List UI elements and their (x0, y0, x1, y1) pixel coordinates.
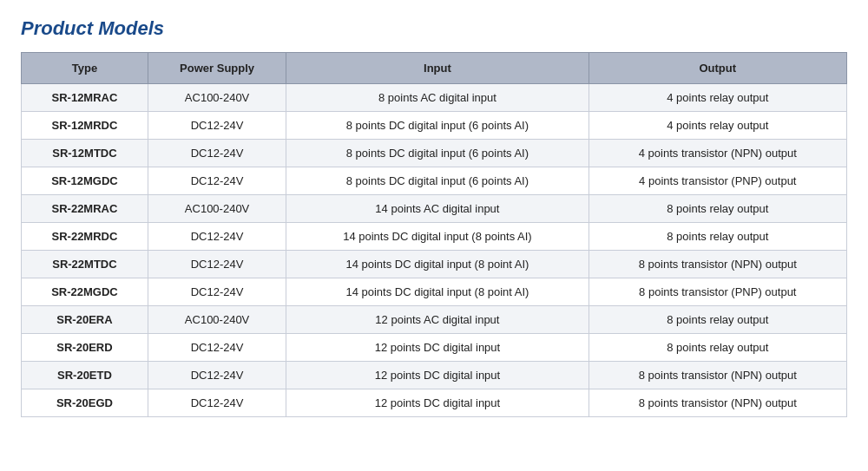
cell-power_supply: DC12-24V (148, 251, 286, 278)
col-header-output: Output (589, 53, 846, 84)
cell-type: SR-20EGD (22, 389, 148, 417)
cell-power_supply: DC12-24V (148, 112, 286, 140)
cell-input: 8 points DC digital input (6 points AI) (286, 112, 589, 140)
cell-input: 8 points DC digital input (6 points AI) (286, 140, 589, 167)
table-row: SR-20ERDDC12-24V12 points DC digital inp… (22, 334, 847, 362)
cell-output: 4 points transistor (NPN) output (589, 140, 846, 167)
product-models-table: Type Power Supply Input Output SR-12MRAC… (21, 52, 847, 417)
cell-output: 8 points relay output (589, 306, 846, 334)
table-row: SR-20ETDDC12-24V12 points DC digital inp… (22, 362, 847, 389)
cell-power_supply: DC12-24V (148, 278, 286, 306)
cell-output: 8 points transistor (NPN) output (589, 251, 846, 278)
cell-power_supply: AC100-240V (148, 195, 286, 223)
cell-type: SR-22MGDC (22, 278, 148, 306)
cell-output: 4 points transistor (PNP) output (589, 167, 846, 195)
cell-type: SR-12MTDC (22, 140, 148, 167)
cell-type: SR-20ERD (22, 334, 148, 362)
cell-input: 8 points AC digital input (286, 84, 589, 112)
cell-power_supply: AC100-240V (148, 306, 286, 334)
cell-type: SR-12MRDC (22, 112, 148, 140)
cell-input: 14 points DC digital input (8 point AI) (286, 278, 589, 306)
cell-output: 8 points relay output (589, 334, 846, 362)
table-row: SR-22MTDCDC12-24V14 points DC digital in… (22, 251, 847, 278)
cell-type: SR-22MRDC (22, 223, 148, 251)
cell-output: 8 points transistor (NPN) output (589, 389, 846, 417)
cell-power_supply: DC12-24V (148, 140, 286, 167)
col-header-type: Type (22, 53, 148, 84)
table-header-row: Type Power Supply Input Output (22, 53, 847, 84)
cell-type: SR-12MRAC (22, 84, 148, 112)
page-title: Product Models (21, 17, 847, 40)
col-header-power-supply: Power Supply (148, 53, 286, 84)
cell-power_supply: DC12-24V (148, 223, 286, 251)
cell-input: 8 points DC digital input (6 points AI) (286, 167, 589, 195)
table-row: SR-12MRACAC100-240V8 points AC digital i… (22, 84, 847, 112)
table-row: SR-20EGDDC12-24V12 points DC digital inp… (22, 389, 847, 417)
cell-type: SR-20ERA (22, 306, 148, 334)
cell-input: 14 points DC digital input (8 point AI) (286, 251, 589, 278)
cell-power_supply: DC12-24V (148, 362, 286, 389)
table-row: SR-12MGDCDC12-24V8 points DC digital inp… (22, 167, 847, 195)
table-row: SR-22MGDCDC12-24V14 points DC digital in… (22, 278, 847, 306)
cell-output: 8 points relay output (589, 223, 846, 251)
cell-type: SR-20ETD (22, 362, 148, 389)
cell-type: SR-22MTDC (22, 251, 148, 278)
table-row: SR-12MRDCDC12-24V8 points DC digital inp… (22, 112, 847, 140)
cell-input: 14 points AC digital input (286, 195, 589, 223)
cell-type: SR-12MGDC (22, 167, 148, 195)
cell-input: 12 points DC digital input (286, 362, 589, 389)
cell-output: 8 points transistor (NPN) output (589, 362, 846, 389)
table-row: SR-22MRDCDC12-24V14 points DC digital in… (22, 223, 847, 251)
cell-input: 12 points AC digital input (286, 306, 589, 334)
cell-power_supply: DC12-24V (148, 167, 286, 195)
table-row: SR-20ERAAC100-240V12 points AC digital i… (22, 306, 847, 334)
cell-input: 12 points DC digital input (286, 389, 589, 417)
cell-power_supply: DC12-24V (148, 334, 286, 362)
table-row: SR-22MRACAC100-240V14 points AC digital … (22, 195, 847, 223)
cell-input: 12 points DC digital input (286, 334, 589, 362)
cell-input: 14 points DC digital input (8 points AI) (286, 223, 589, 251)
cell-power_supply: DC12-24V (148, 389, 286, 417)
cell-type: SR-22MRAC (22, 195, 148, 223)
table-row: SR-12MTDCDC12-24V8 points DC digital inp… (22, 140, 847, 167)
cell-output: 4 points relay output (589, 84, 846, 112)
cell-output: 4 points relay output (589, 112, 846, 140)
cell-output: 8 points transistor (PNP) output (589, 278, 846, 306)
col-header-input: Input (286, 53, 589, 84)
cell-power_supply: AC100-240V (148, 84, 286, 112)
cell-output: 8 points relay output (589, 195, 846, 223)
